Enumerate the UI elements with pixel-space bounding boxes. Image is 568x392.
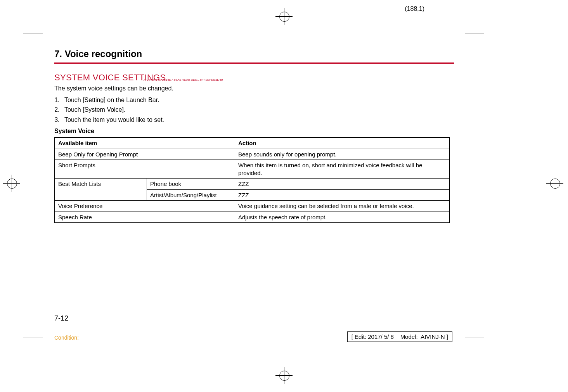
table-cell: ZZZ: [235, 189, 450, 201]
steps-list: Touch [Setting] on the Launch Bar. Touch…: [54, 95, 454, 125]
crop-mark: [463, 338, 463, 357]
step-item: Touch the item you would like to set.: [61, 115, 454, 125]
sheet-coordinate: (188,1): [405, 5, 424, 12]
crop-mark: [41, 16, 41, 35]
table-row: Speech Rate Adjusts the speech rate of p…: [55, 212, 450, 223]
table-row: Short Prompts When this item is turned o…: [55, 160, 450, 179]
table-row: Best Match Lists Phone book ZZZ: [55, 179, 450, 190]
step-item: Touch [System Voice].: [61, 105, 454, 115]
table-cell: Beep sounds only for opening prompt.: [235, 149, 450, 160]
table-row: Voice Preference Voice guidance setting …: [55, 201, 450, 212]
intro-text: The system voice settings can be changed…: [54, 84, 175, 93]
content-area: 7. Voice recognition SYSTEM VOICE SETTIN…: [54, 49, 454, 223]
table-cell: When this item is turned on, short and m…: [235, 160, 450, 179]
table-cell: Speech Rate: [55, 212, 235, 223]
table-cell: Artist/Album/Song/Playlist: [147, 189, 235, 201]
section-uid: AIVINJN1-67D614E7-55A6-4EA8-BDE1-5FF2EFE…: [144, 78, 223, 82]
table-cell: ZZZ: [235, 179, 450, 190]
crop-mark: [23, 338, 43, 338]
page: (188,1) 7. Voice recognition SYSTEM VOIC…: [0, 0, 568, 392]
step-item: Touch [Setting] on the Launch Bar.: [61, 95, 454, 105]
table-header-item: Available item: [55, 137, 235, 149]
crop-mark: [41, 338, 41, 357]
settings-table: Available item Action Beep Only for Open…: [54, 137, 450, 223]
table-header-row: Available item Action: [55, 137, 450, 149]
table-cell: Best Match Lists: [55, 179, 147, 201]
table-cell: Voice Preference: [55, 201, 235, 212]
crop-mark: [465, 338, 484, 338]
chapter-title: 7. Voice recognition: [54, 49, 454, 59]
page-number: 7-12: [54, 314, 68, 323]
table-cell: Voice guidance setting can be selected f…: [235, 201, 450, 212]
table-cell: Short Prompts: [55, 160, 235, 179]
table-title: System Voice: [54, 128, 454, 135]
table-cell: Adjusts the speech rate of prompt.: [235, 212, 450, 223]
table-row: Beep Only for Opening Prompt Beep sounds…: [55, 149, 450, 160]
crop-mark: [23, 33, 43, 33]
section-heading: SYSTEM VOICE SETTINGS AIVINJN1-67D614E7-…: [54, 73, 454, 83]
table-cell: Phone book: [147, 179, 235, 190]
crop-mark: [465, 33, 484, 33]
crop-mark: [463, 16, 463, 35]
condition-label: Condition:: [54, 335, 79, 341]
table-cell: Beep Only for Opening Prompt: [55, 149, 235, 160]
edit-info-box: [ Edit: 2017/ 5/ 8 Model: AIVINJ-N ]: [347, 331, 452, 342]
table-header-action: Action: [235, 137, 450, 149]
divider: [54, 62, 454, 64]
